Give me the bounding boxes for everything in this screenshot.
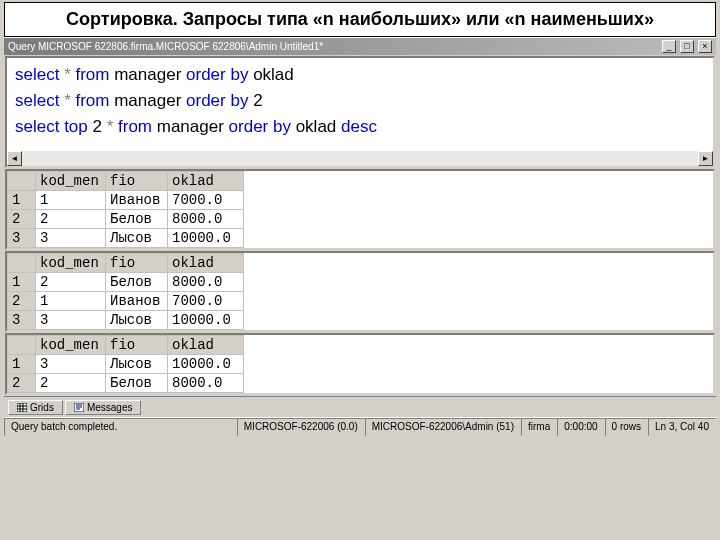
cell[interactable]: Белов <box>106 374 168 393</box>
row-number[interactable]: 3 <box>8 311 36 330</box>
minimize-button[interactable]: _ <box>662 40 676 53</box>
cell[interactable]: Лысов <box>106 229 168 248</box>
window-title-text: Query MICROSOF 622806.firma.MICROSOF 622… <box>8 41 323 52</box>
cell[interactable]: 10000.0 <box>168 229 244 248</box>
row-number[interactable]: 1 <box>8 355 36 374</box>
grid-icon <box>17 403 27 412</box>
cell[interactable]: 1 <box>36 191 106 210</box>
cell[interactable]: Иванов <box>106 292 168 311</box>
cell[interactable]: 2 <box>36 210 106 229</box>
status-server: MICROSOF-622006 (0.0) <box>237 418 365 436</box>
cell[interactable]: 1 <box>36 292 106 311</box>
tab-grids[interactable]: Grids <box>8 400 63 415</box>
cell[interactable]: 10000.0 <box>168 311 244 330</box>
messages-icon <box>74 403 84 412</box>
table-row[interactable]: 11Иванов7000.0 <box>8 191 244 210</box>
cell[interactable]: Иванов <box>106 191 168 210</box>
row-header-blank[interactable] <box>8 336 36 355</box>
col-header-fio[interactable]: fio <box>106 336 168 355</box>
cell[interactable]: 3 <box>36 229 106 248</box>
row-number[interactable]: 1 <box>8 191 36 210</box>
cell[interactable]: 2 <box>36 374 106 393</box>
sql-editor[interactable]: select * from manager order by okladsele… <box>5 56 715 168</box>
cell[interactable]: 10000.0 <box>168 355 244 374</box>
result-grid-1: kod_menfiooklad11Иванов7000.022Белов8000… <box>5 169 715 250</box>
col-header-oklad[interactable]: oklad <box>168 254 244 273</box>
table-row[interactable]: 22Белов8000.0 <box>8 374 244 393</box>
cell[interactable]: 7000.0 <box>168 292 244 311</box>
tab-messages[interactable]: Messages <box>65 400 142 415</box>
svg-rect-0 <box>17 403 27 412</box>
status-user: MICROSOF-622006\Admin (51) <box>365 418 521 436</box>
row-number[interactable]: 2 <box>8 210 36 229</box>
status-bar: Query batch completed. MICROSOF-622006 (… <box>4 417 716 436</box>
cell[interactable]: Белов <box>106 210 168 229</box>
results-tabs: Grids Messages <box>4 396 716 417</box>
col-header-oklad[interactable]: oklad <box>168 172 244 191</box>
cell[interactable]: 8000.0 <box>168 273 244 292</box>
cell[interactable]: 2 <box>36 273 106 292</box>
cell[interactable]: 8000.0 <box>168 210 244 229</box>
row-number[interactable]: 2 <box>8 374 36 393</box>
col-header-kod_men[interactable]: kod_men <box>36 254 106 273</box>
cell[interactable]: 7000.0 <box>168 191 244 210</box>
row-number[interactable]: 3 <box>8 229 36 248</box>
cell[interactable]: 3 <box>36 355 106 374</box>
table-row[interactable]: 13Лысов10000.0 <box>8 355 244 374</box>
tab-messages-label: Messages <box>87 402 133 413</box>
cell[interactable]: Белов <box>106 273 168 292</box>
status-time: 0:00:00 <box>557 418 604 436</box>
status-db: firma <box>521 418 557 436</box>
col-header-oklad[interactable]: oklad <box>168 336 244 355</box>
col-header-kod_men[interactable]: kod_men <box>36 336 106 355</box>
window-titlebar: Query MICROSOF 622806.firma.MICROSOF 622… <box>4 37 716 55</box>
cell[interactable]: 8000.0 <box>168 374 244 393</box>
row-header-blank[interactable] <box>8 254 36 273</box>
maximize-button[interactable]: □ <box>680 40 694 53</box>
status-rows: 0 rows <box>605 418 648 436</box>
scroll-left-button[interactable]: ◄ <box>7 151 22 166</box>
row-number[interactable]: 1 <box>8 273 36 292</box>
cell[interactable]: Лысов <box>106 311 168 330</box>
slide-title: Сортировка. Запросы типа «n наибольших» … <box>4 2 716 37</box>
result-grid-3: kod_menfiooklad13Лысов10000.022Белов8000… <box>5 333 715 395</box>
results-area: kod_menfiooklad11Иванов7000.022Белов8000… <box>5 169 715 395</box>
table-row[interactable]: 33Лысов10000.0 <box>8 311 244 330</box>
query-window: Query MICROSOF 622806.firma.MICROSOF 622… <box>4 37 716 436</box>
table-row[interactable]: 22Белов8000.0 <box>8 210 244 229</box>
table-row[interactable]: 33Лысов10000.0 <box>8 229 244 248</box>
scroll-track[interactable] <box>22 151 698 166</box>
row-number[interactable]: 2 <box>8 292 36 311</box>
cell[interactable]: 3 <box>36 311 106 330</box>
status-message: Query batch completed. <box>4 418 237 436</box>
col-header-fio[interactable]: fio <box>106 172 168 191</box>
scroll-right-button[interactable]: ► <box>698 151 713 166</box>
col-header-fio[interactable]: fio <box>106 254 168 273</box>
row-header-blank[interactable] <box>8 172 36 191</box>
result-grid-2: kod_menfiooklad12Белов8000.021Иванов7000… <box>5 251 715 332</box>
cell[interactable]: Лысов <box>106 355 168 374</box>
table-row[interactable]: 21Иванов7000.0 <box>8 292 244 311</box>
table-row[interactable]: 12Белов8000.0 <box>8 273 244 292</box>
col-header-kod_men[interactable]: kod_men <box>36 172 106 191</box>
tab-grids-label: Grids <box>30 402 54 413</box>
horizontal-scrollbar[interactable]: ◄ ► <box>7 151 713 166</box>
status-pos: Ln 3, Col 40 <box>648 418 716 436</box>
close-button[interactable]: × <box>698 40 712 53</box>
